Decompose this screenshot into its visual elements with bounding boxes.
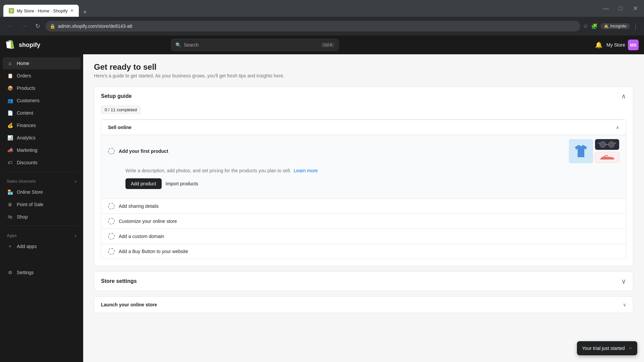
task-customize[interactable]: Customize your online store [101, 214, 626, 229]
product-img-shirt [569, 139, 593, 163]
sidebar-item-home[interactable]: ⌂ Home [3, 57, 80, 69]
shopify-logo[interactable]: shopify [5, 40, 40, 50]
sidebar-item-label: Point of Sale [17, 202, 76, 207]
setup-guide-body: 0 / 11 completed Sell online ∧ Add yo [94, 106, 633, 266]
sell-online-title: Sell online [108, 125, 131, 130]
sidebar-item-label: Settings [17, 270, 76, 275]
setup-guide-title: Setup guide [101, 93, 132, 99]
task-checkbox-domain [108, 233, 115, 240]
task-description: Write a description, add photos, and set… [125, 167, 318, 174]
trial-badge-text: Your trial just started [582, 346, 625, 351]
products-icon: 📦 [7, 85, 13, 92]
task-checkbox-customize [108, 218, 115, 225]
extensions-icon[interactable]: 🧩 [591, 23, 598, 29]
trial-badge-close-btn[interactable]: − [629, 345, 632, 351]
sidebar-item-marketing[interactable]: 📣 Marketing [3, 144, 80, 156]
task-sharing[interactable]: Add sharing details [101, 198, 626, 214]
sidebar-item-label: Discounts [17, 160, 76, 165]
task-checkbox-add-product [108, 148, 115, 155]
sell-online-section: Sell online ∧ Add your first product [101, 119, 626, 259]
lock-icon: 🔒 [50, 23, 55, 29]
task-domain[interactable]: Add a custom domain [101, 229, 626, 244]
svg-line-4 [614, 143, 616, 143]
search-icon: 🔍 [175, 42, 181, 48]
add-product-btn[interactable]: Add product [125, 178, 162, 189]
sidebar-item-online-store[interactable]: 🏪 Online Store [3, 186, 80, 198]
notifications-btn[interactable]: 🔔 [595, 41, 602, 49]
header-actions: 🔔 My Store MS [595, 40, 639, 50]
sidebar-item-label: Marketing [17, 147, 76, 153]
sidebar: ⌂ Home 📋 Orders 📦 Products 👥 Customers 📄… [0, 54, 83, 362]
store-avatar: MS [628, 40, 639, 50]
sidebar-item-shop[interactable]: 🛍 Shop [3, 211, 80, 223]
app-header: shopify 🔍 Search Ctrl K 🔔 My Store MS [0, 36, 644, 54]
sidebar-item-content[interactable]: 📄 Content [3, 107, 80, 119]
finances-icon: 💰 [7, 122, 13, 129]
minimize-btn[interactable]: — [600, 3, 611, 14]
incognito-badge: 🕵 Incognito [600, 23, 630, 29]
store-menu-btn[interactable]: My Store MS [606, 40, 639, 50]
sidebar-item-discounts[interactable]: 🏷 Discounts [3, 157, 80, 169]
search-bar[interactable]: 🔍 Search Ctrl K [171, 39, 339, 51]
svg-line-3 [598, 143, 600, 143]
browser-chrome: S My Store · Home · Shopify × + — □ ✕ [0, 0, 644, 17]
sidebar-item-orders[interactable]: 📋 Orders [3, 70, 80, 82]
store-settings-title: Store settings [101, 278, 137, 284]
search-shortcut: Ctrl K [321, 43, 335, 47]
setup-guide-header[interactable]: Setup guide ∧ [94, 87, 633, 106]
sell-online-collapse-icon: ∧ [616, 125, 619, 130]
svg-point-1 [608, 141, 614, 147]
tab-favicon: S [9, 8, 14, 13]
sidebar-item-settings[interactable]: ⚙ Settings [3, 266, 80, 279]
sidebar-item-customers[interactable]: 👥 Customers [3, 95, 80, 107]
sidebar-item-point-of-sale[interactable]: 🖥 Point of Sale [3, 198, 80, 210]
launch-store-header[interactable]: Launch your online store ∨ [94, 297, 633, 313]
trial-badge[interactable]: Your trial just started − [577, 341, 637, 355]
address-bar[interactable]: 🔒 admin.shopify.com/store/de8143-a6 [46, 21, 580, 32]
address-text: admin.shopify.com/store/de8143-a6 [58, 23, 132, 29]
add-apps-icon: ＋ [7, 243, 13, 250]
task-label-sharing: Add sharing details [119, 203, 619, 209]
search-placeholder: Search [184, 42, 319, 48]
close-window-btn[interactable]: ✕ [630, 3, 641, 14]
sell-online-header[interactable]: Sell online ∧ [101, 120, 626, 135]
task-buy-button[interactable]: Add a Buy Button to your website [101, 244, 626, 259]
browser-menu-icon[interactable]: ⋮ [633, 22, 639, 30]
discounts-icon: 🏷 [7, 159, 13, 166]
apps-section[interactable]: Apps › [0, 229, 83, 240]
progress-badge: 0 / 11 completed [101, 106, 141, 114]
forward-btn[interactable]: → [19, 21, 30, 32]
sidebar-item-add-apps[interactable]: ＋ Add apps [3, 240, 80, 252]
pos-icon: 🖥 [7, 201, 13, 208]
bookmark-icon[interactable]: ☆ [583, 22, 588, 30]
back-btn[interactable]: ← [5, 21, 16, 32]
shop-icon: 🛍 [7, 214, 13, 220]
maximize-btn[interactable]: □ [615, 3, 626, 14]
page-subtitle: Here's a guide to get started. As your b… [94, 73, 633, 78]
sidebar-item-products[interactable]: 📦 Products [3, 82, 80, 94]
learn-more-link[interactable]: Learn more [294, 168, 318, 173]
content-icon: 📄 [7, 110, 13, 116]
sidebar-item-analytics[interactable]: 📊 Analytics [3, 132, 80, 144]
refresh-btn[interactable]: ↻ [32, 21, 43, 32]
store-settings-header[interactable]: Store settings ∨ [94, 272, 633, 291]
sales-channels-section[interactable]: Sales channels › [0, 174, 83, 186]
sidebar-item-finances[interactable]: 💰 Finances [3, 119, 80, 131]
marketing-icon: 📣 [7, 147, 13, 154]
sales-channels-expand-icon: › [75, 178, 76, 184]
sidebar-item-label: Orders [17, 73, 76, 78]
sidebar-item-label: Finances [17, 123, 76, 128]
sidebar-item-label: Content [17, 110, 76, 116]
task-add-product[interactable]: Add your first product [101, 135, 626, 198]
product-imgs-col [595, 139, 619, 163]
tab-close-btn[interactable]: × [70, 8, 73, 14]
browser-tabs: S My Store · Home · Shopify × + [3, 0, 90, 17]
new-tab-btn[interactable]: + [80, 7, 90, 17]
incognito-label: Incognito [610, 24, 627, 28]
active-tab[interactable]: S My Store · Home · Shopify × [3, 5, 79, 17]
home-icon: ⌂ [7, 60, 13, 67]
import-products-btn[interactable]: Import products [166, 181, 198, 186]
apps-expand-icon: › [75, 233, 76, 239]
launch-collapse-icon: ∨ [623, 302, 626, 307]
online-store-icon: 🏪 [7, 189, 13, 195]
